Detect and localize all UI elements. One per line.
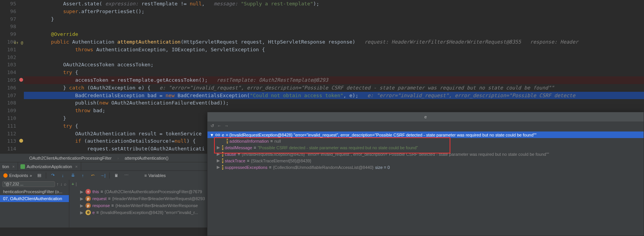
field-additionalInformation[interactable]: f additionalInformation = null — [207, 138, 644, 144]
evaluate-popup[interactable]: e ↺ ← → ▼oo e = {InvalidRequestException… — [207, 112, 644, 236]
hint-icon[interactable] — [19, 139, 23, 143]
line-number: 112 — [2, 130, 24, 138]
popup-titlebar[interactable]: e — [207, 112, 644, 121]
step-into-icon[interactable]: ↓ — [59, 172, 67, 179]
expand-icon: ▶ — [217, 165, 221, 170]
line-number: 98 — [2, 23, 24, 30]
drop-frame-icon[interactable]: ⤺ — [89, 172, 97, 179]
line-number: 105 — [2, 76, 24, 84]
field-suppressedExceptions[interactable]: ▶f suppressedExceptions = {Collections$U… — [207, 164, 644, 170]
more-icon[interactable]: ⋯ — [122, 172, 130, 179]
chevron-right-icon: » — [30, 173, 32, 178]
step-out-icon[interactable]: ↑ — [79, 172, 87, 179]
gutter: 95 96 97 98 99 100o↑ @ 101 102 103 104 1… — [0, 0, 24, 153]
tab-tion[interactable]: tion× — [0, 162, 18, 171]
spring-icon — [20, 164, 25, 169]
line-number: 107 — [2, 92, 24, 99]
filter-icon[interactable]: ⌕ — [64, 182, 67, 186]
chevron-right-icon: › — [115, 156, 121, 160]
line-number: 104 — [2, 69, 24, 76]
expand-icon: ▶ — [80, 189, 84, 194]
console-icon[interactable]: ▤ — [35, 172, 43, 179]
close-icon[interactable]: × — [75, 164, 77, 169]
stack-frame-selected[interactable]: 07, OAuth2ClientAuthentication — [0, 195, 69, 202]
line-number: 115 — [2, 153, 24, 153]
line-number: 103 — [2, 61, 24, 69]
line-number: 100o↑ @ — [2, 38, 24, 46]
thread-combo[interactable]: "@7,232 ... — [2, 181, 55, 187]
field-cause[interactable]: ▶f cause = {InvalidRequestException@8428… — [207, 151, 644, 157]
prev-frame-icon[interactable]: ↑ — [57, 182, 59, 186]
next-frame-icon[interactable]: ↓ — [60, 182, 63, 186]
popup-tree[interactable]: ▼oo e = {InvalidRequestException@8428} "… — [207, 130, 644, 172]
history-icon[interactable]: ↺ — [211, 123, 214, 128]
line-number: 106 — [2, 84, 24, 92]
line-number: 109 — [2, 107, 24, 115]
expand-icon: ▶ — [217, 145, 221, 150]
force-step-into-icon[interactable]: ⇊ — [69, 172, 77, 179]
breakpoint-icon[interactable] — [19, 78, 23, 82]
evaluate-icon[interactable]: 🖩 — [112, 172, 120, 179]
line-number: 114 — [2, 145, 24, 153]
expand-icon: ▶ — [80, 196, 84, 201]
field-detailMessage[interactable]: ▶f detailMessage = "Possible CSRF detect… — [207, 144, 644, 151]
forward-icon[interactable]: → — [224, 123, 229, 128]
expand-icon: ▶ — [217, 158, 221, 163]
line-number: 113 — [2, 137, 24, 145]
line-number: 96 — [2, 8, 24, 15]
line-number: 108 — [2, 99, 24, 107]
field-stackTrace[interactable]: ▶f stackTrace = {StackTraceElement[58]@8… — [207, 157, 644, 164]
line-number: 99 — [2, 30, 24, 38]
breadcrumb-class[interactable]: OAuth2ClientAuthenticationProcessingFilt… — [27, 156, 114, 160]
popup-title: e — [207, 115, 644, 119]
expand-icon: ▶ — [217, 152, 221, 157]
close-icon[interactable]: × — [12, 164, 15, 169]
expand-icon: ▶ — [80, 210, 84, 215]
run-to-cursor-icon[interactable]: →| — [99, 172, 107, 179]
line-number: 111 — [2, 122, 24, 130]
variables-label: ≡ Variables — [144, 173, 166, 178]
line-number: 102 — [2, 54, 24, 61]
tab-authorization-application[interactable]: AuthorizationApplication× — [18, 162, 81, 171]
frames-panel[interactable]: "@7,232 ... ↑ ↓ ⌕ henticationProcessingF… — [0, 180, 69, 228]
line-number: 101 — [2, 46, 24, 54]
line-number: 110 — [2, 115, 24, 122]
add-watch-icon[interactable]: + — [72, 182, 74, 186]
endpoints-label[interactable]: ⬤Endpoints» — [3, 173, 32, 178]
breadcrumb-method[interactable]: attemptAuthentication() — [122, 156, 171, 160]
back-icon[interactable]: ← — [217, 123, 221, 128]
step-over-icon[interactable]: ↷ — [49, 172, 57, 179]
collapse-icon: ▼ — [210, 133, 214, 137]
expand-icon: ▶ — [80, 203, 84, 208]
line-number: 95 — [2, 0, 24, 8]
stack-frame[interactable]: henticationProcessingFilter (o... — [0, 188, 69, 195]
line-number: 97 — [2, 15, 24, 23]
popup-root[interactable]: ▼oo e = {InvalidRequestException@8428} "… — [207, 131, 644, 138]
